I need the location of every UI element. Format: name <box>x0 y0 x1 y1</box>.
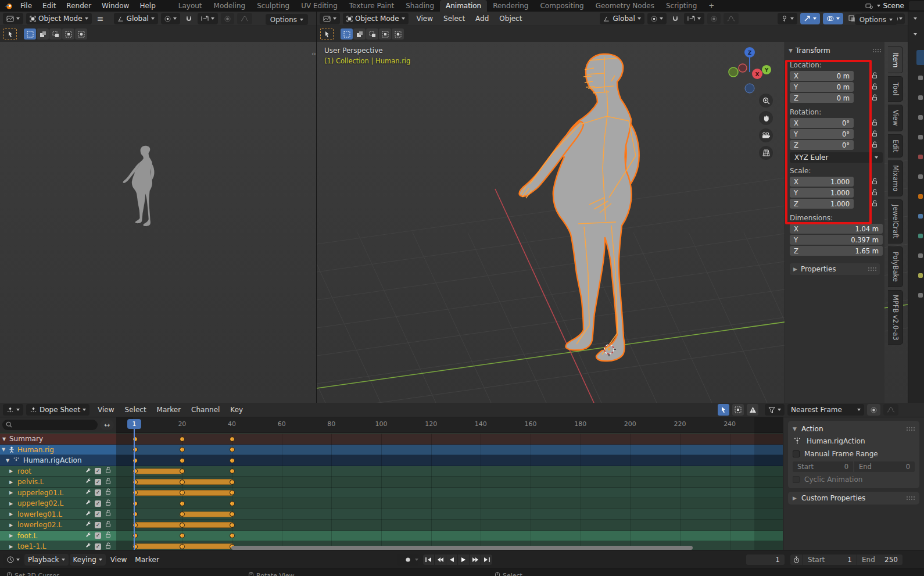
rot-mode-select[interactable]: XYZ Euler <box>790 152 883 163</box>
channel-foot.L[interactable]: ▶foot.L✓ <box>0 531 116 542</box>
lock-icon[interactable] <box>871 200 878 209</box>
sidebar-tab-mpfb-v2-0-a3[interactable]: MPFB v2.0-a3 <box>888 290 903 345</box>
scale-x-field[interactable]: X1.000 <box>790 177 854 187</box>
dopesheet-mode-select[interactable]: Dope Sheet <box>26 404 89 416</box>
channel-root[interactable]: ▶root✓ <box>0 466 116 477</box>
panel-grip[interactable] <box>906 427 915 431</box>
area-resize-handle[interactable]: ‹› <box>311 50 316 58</box>
lock-icon[interactable] <box>871 72 878 81</box>
sidebar-tab-edit[interactable]: Edit <box>888 134 903 158</box>
keyframe-band-upperleg02.L[interactable] <box>116 498 783 509</box>
rotation-z-field[interactable]: Z0° <box>790 140 854 150</box>
current-frame-badge[interactable]: 1 <box>127 419 141 429</box>
channel-lowerleg02.L[interactable]: ▶lowerleg02.L✓ <box>0 520 116 531</box>
pivot-select[interactable] <box>161 13 180 24</box>
select-box-invert-button[interactable] <box>62 28 74 40</box>
snap-magnet-icon[interactable] <box>669 13 681 24</box>
expand-triangle-icon[interactable]: ▶ <box>9 501 13 506</box>
zoom-view-button[interactable] <box>759 94 773 108</box>
properties-editor-sliver[interactable] <box>908 12 924 403</box>
orientation-select[interactable]: Global <box>114 13 158 24</box>
menu-file[interactable]: File <box>15 0 37 12</box>
timeline-menu-marker[interactable]: Marker <box>131 554 162 566</box>
add-workspace-button[interactable]: + <box>703 0 720 12</box>
select-box-intersect-button[interactable] <box>392 28 404 40</box>
properties-tab-icon[interactable] <box>918 115 923 120</box>
properties-tab-icon[interactable] <box>918 293 923 298</box>
dimensions-z-field[interactable]: Z1.65 m <box>790 246 883 256</box>
scale-z-field[interactable]: Z1.000 <box>790 199 854 209</box>
dimensions-x-field[interactable]: X1.04 m <box>790 224 883 234</box>
sidebar-tab-mixamo[interactable]: Mixamo <box>888 160 903 196</box>
rotation-y-field[interactable]: Y0° <box>790 129 854 139</box>
selected-human-mesh[interactable] <box>520 54 639 361</box>
jump-to-end-button[interactable] <box>481 554 492 565</box>
keyframe-band-pelvis.L[interactable] <box>116 477 783 488</box>
channel-enable-checkbox[interactable]: ✓ <box>95 489 101 496</box>
properties-panel-collapsed[interactable]: ▶ Properties <box>790 263 880 275</box>
menu-window[interactable]: Window <box>96 0 134 12</box>
transform-panel-title[interactable]: Transform <box>796 46 869 55</box>
frame-start-field[interactable]: Start1 <box>803 554 857 565</box>
action-name[interactable]: Human.rigAction <box>807 437 865 445</box>
expand-triangle-icon[interactable]: ▶ <box>9 533 13 538</box>
channel-enable-checkbox[interactable]: ✓ <box>95 500 101 507</box>
keyframe-band-lowerleg01.L[interactable] <box>116 509 783 520</box>
scene-datablock-icon[interactable] <box>863 0 875 12</box>
channel-lock-icon[interactable] <box>105 521 112 530</box>
select-box-new-button[interactable] <box>341 28 353 40</box>
channel-lock-icon[interactable] <box>105 510 112 518</box>
show-errors-toggle[interactable] <box>747 404 758 416</box>
panel-grip[interactable] <box>872 48 881 53</box>
modifier-wrench-icon[interactable] <box>85 478 91 486</box>
mode-select[interactable]: Object Mode <box>26 13 92 24</box>
dopesheet-menu-marker[interactable]: Marker <box>152 406 186 414</box>
lock-icon[interactable] <box>871 178 878 187</box>
blender-logo-icon[interactable] <box>2 0 14 12</box>
modifier-wrench-icon[interactable] <box>85 542 91 550</box>
lock-icon[interactable] <box>871 141 878 150</box>
keyframe-band-root[interactable] <box>116 466 783 477</box>
shading-options-chevron[interactable] <box>899 17 902 20</box>
timeline-menu-keying[interactable]: Keying <box>70 554 106 566</box>
sidebar-tab-tool[interactable]: Tool <box>888 76 903 102</box>
snap-mode-select[interactable]: Nearest Frame <box>787 404 864 416</box>
channel-enable-checkbox[interactable]: ✓ <box>95 522 101 528</box>
channel-upperleg01.L[interactable]: ▶upperleg01.L✓ <box>0 488 116 499</box>
channel-enable-checkbox[interactable]: ✓ <box>95 543 101 550</box>
keyframe-band-foot.L[interactable] <box>116 531 783 542</box>
rotation-x-field[interactable]: X0° <box>790 118 854 128</box>
select-box-intersect-button[interactable] <box>75 28 87 40</box>
toggle-ortho-button[interactable] <box>759 146 773 160</box>
workspace-tab-shading[interactable]: Shading <box>400 0 440 12</box>
menu-render[interactable]: Render <box>61 0 96 12</box>
channel-lock-icon[interactable] <box>105 499 112 508</box>
properties-tab-icon[interactable] <box>918 155 923 159</box>
workspace-tab-modeling[interactable]: Modeling <box>208 0 252 12</box>
manual-frame-range-checkbox[interactable] <box>793 450 800 457</box>
workspace-tab-uv-editing[interactable]: UV Editing <box>295 0 343 12</box>
workspace-tab-animation[interactable]: Animation <box>440 0 487 12</box>
current-frame-field[interactable]: 1 <box>746 554 785 565</box>
select-box-extend-button[interactable] <box>353 28 366 40</box>
properties-tab-icon[interactable] <box>918 76 923 80</box>
collapsed-menus-button[interactable]: ≡ <box>95 13 106 24</box>
custom-properties-panel[interactable]: ▶ Custom Properties <box>788 492 919 505</box>
modifier-wrench-icon[interactable] <box>85 467 91 475</box>
sidebar-tab-item[interactable]: Item <box>888 46 903 73</box>
use-preview-range-button[interactable] <box>790 554 803 565</box>
horizontal-scrollbar[interactable] <box>231 546 693 550</box>
scene-chevron-icon[interactable] <box>877 5 880 7</box>
timeline-menu-playback[interactable]: Playback <box>24 554 69 566</box>
timeline-ruler[interactable]: 20406080100120140160180200220240 <box>116 417 783 433</box>
channel-lock-icon[interactable] <box>105 467 112 475</box>
properties-tab-icon[interactable] <box>918 194 923 199</box>
channel-pelvis.L[interactable]: ▶pelvis.L✓ <box>0 477 116 488</box>
workspace-tab-geometry-nodes[interactable]: Geometry Nodes <box>590 0 660 12</box>
location-y-field[interactable]: Y0 m <box>790 82 854 92</box>
expand-triangle-icon[interactable]: ▶ <box>9 523 13 528</box>
keyframe-band-upperleg01.L[interactable] <box>116 488 783 499</box>
auto-keying-chevron[interactable] <box>415 559 418 561</box>
lock-icon[interactable] <box>871 189 878 198</box>
channel-lowerleg01.L[interactable]: ▶lowerleg01.L✓ <box>0 509 116 520</box>
